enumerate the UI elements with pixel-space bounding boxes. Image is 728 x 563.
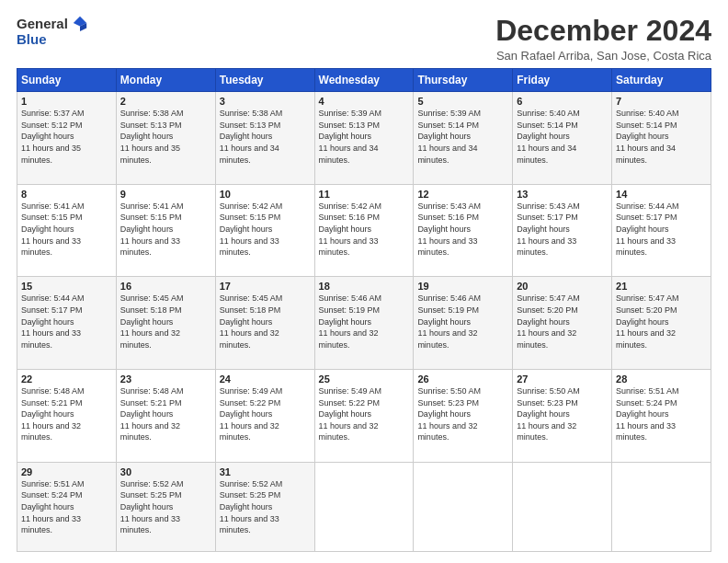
location-subtitle: San Rafael Arriba, San Jose, Costa Rica — [495, 49, 711, 63]
day-number: 15 — [21, 281, 112, 292]
day-number: 29 — [21, 466, 112, 477]
table-row — [314, 462, 414, 551]
table-row — [612, 462, 711, 551]
day-number: 6 — [517, 96, 608, 107]
day-info: Sunrise: 5:50 AMSunset: 5:23 PMDaylight … — [517, 386, 580, 442]
table-row: 15 Sunrise: 5:44 AMSunset: 5:17 PMDaylig… — [17, 277, 117, 370]
calendar-table: Sunday Monday Tuesday Wednesday Thursday… — [17, 68, 711, 552]
table-row: 26 Sunrise: 5:50 AMSunset: 5:23 PMDaylig… — [414, 370, 513, 463]
table-row: 29 Sunrise: 5:51 AMSunset: 5:24 PMDaylig… — [17, 462, 117, 551]
day-info: Sunrise: 5:40 AMSunset: 5:14 PMDaylight … — [517, 109, 580, 164]
day-number: 8 — [21, 189, 112, 200]
day-number: 9 — [120, 189, 211, 200]
table-row: 14 Sunrise: 5:44 AMSunset: 5:17 PMDaylig… — [612, 184, 711, 277]
col-sunday: Sunday — [17, 69, 117, 92]
day-number: 1 — [21, 96, 112, 107]
day-number: 28 — [616, 373, 707, 385]
day-info: Sunrise: 5:51 AMSunset: 5:24 PMDaylight … — [21, 479, 85, 534]
day-number: 4 — [319, 96, 410, 107]
day-number: 3 — [220, 96, 311, 107]
day-info: Sunrise: 5:41 AMSunset: 5:15 PMDaylight … — [21, 201, 85, 257]
day-number: 2 — [120, 96, 211, 107]
table-row: 16 Sunrise: 5:45 AMSunset: 5:18 PMDaylig… — [116, 277, 215, 370]
table-row: 1 Sunrise: 5:37 AMSunset: 5:12 PMDayligh… — [17, 92, 117, 185]
col-wednesday: Wednesday — [314, 69, 414, 92]
table-row: 6 Sunrise: 5:40 AMSunset: 5:14 PMDayligh… — [513, 92, 612, 185]
table-row: 5 Sunrise: 5:39 AMSunset: 5:14 PMDayligh… — [414, 92, 513, 185]
table-row: 31 Sunrise: 5:52 AMSunset: 5:25 PMDaylig… — [215, 462, 314, 551]
table-row: 2 Sunrise: 5:38 AMSunset: 5:13 PMDayligh… — [116, 92, 215, 185]
day-info: Sunrise: 5:50 AMSunset: 5:23 PMDaylight … — [417, 386, 481, 442]
day-info: Sunrise: 5:42 AMSunset: 5:16 PMDaylight … — [319, 201, 382, 257]
col-saturday: Saturday — [612, 69, 711, 92]
day-info: Sunrise: 5:42 AMSunset: 5:15 PMDaylight … — [220, 201, 283, 257]
day-info: Sunrise: 5:47 AMSunset: 5:20 PMDaylight … — [517, 293, 580, 349]
col-monday: Monday — [116, 69, 215, 92]
table-row: 9 Sunrise: 5:41 AMSunset: 5:15 PMDayligh… — [116, 184, 215, 277]
table-row: 24 Sunrise: 5:49 AMSunset: 5:22 PMDaylig… — [215, 370, 314, 463]
day-info: Sunrise: 5:37 AMSunset: 5:12 PMDaylight … — [21, 109, 85, 164]
day-info: Sunrise: 5:45 AMSunset: 5:18 PMDaylight … — [220, 293, 283, 349]
table-row: 4 Sunrise: 5:39 AMSunset: 5:13 PMDayligh… — [314, 92, 414, 185]
table-row: 22 Sunrise: 5:48 AMSunset: 5:21 PMDaylig… — [17, 370, 117, 463]
logo: General Blue — [17, 15, 88, 47]
table-row: 13 Sunrise: 5:43 AMSunset: 5:17 PMDaylig… — [513, 184, 612, 277]
day-number: 22 — [21, 373, 112, 385]
day-number: 7 — [616, 96, 707, 107]
col-thursday: Thursday — [414, 69, 513, 92]
logo-blue-text: Blue — [17, 31, 47, 47]
calendar-row: 8 Sunrise: 5:41 AMSunset: 5:15 PMDayligh… — [17, 184, 711, 277]
day-info: Sunrise: 5:39 AMSunset: 5:14 PMDaylight … — [417, 109, 481, 164]
page: General Blue December 2024 San Rafael Ar… — [0, 0, 728, 563]
day-info: Sunrise: 5:49 AMSunset: 5:22 PMDaylight … — [319, 386, 382, 442]
col-tuesday: Tuesday — [215, 69, 314, 92]
day-number: 19 — [417, 281, 508, 292]
day-number: 21 — [616, 281, 707, 292]
calendar-row: 15 Sunrise: 5:44 AMSunset: 5:17 PMDaylig… — [17, 277, 711, 370]
table-row: 21 Sunrise: 5:47 AMSunset: 5:20 PMDaylig… — [612, 277, 711, 370]
day-number: 10 — [220, 189, 311, 200]
day-number: 12 — [417, 189, 508, 200]
calendar-row: 29 Sunrise: 5:51 AMSunset: 5:24 PMDaylig… — [17, 462, 711, 551]
day-number: 24 — [220, 373, 311, 385]
day-info: Sunrise: 5:41 AMSunset: 5:15 PMDaylight … — [120, 201, 184, 257]
day-info: Sunrise: 5:45 AMSunset: 5:18 PMDaylight … — [120, 293, 184, 349]
table-row: 27 Sunrise: 5:50 AMSunset: 5:23 PMDaylig… — [513, 370, 612, 463]
day-number: 25 — [319, 373, 410, 385]
day-info: Sunrise: 5:52 AMSunset: 5:25 PMDaylight … — [120, 479, 184, 534]
day-info: Sunrise: 5:51 AMSunset: 5:24 PMDaylight … — [616, 386, 679, 442]
day-info: Sunrise: 5:46 AMSunset: 5:19 PMDaylight … — [319, 293, 382, 349]
table-row: 20 Sunrise: 5:47 AMSunset: 5:20 PMDaylig… — [513, 277, 612, 370]
title-section: December 2024 San Rafael Arriba, San Jos… — [495, 15, 711, 63]
table-row: 17 Sunrise: 5:45 AMSunset: 5:18 PMDaylig… — [215, 277, 314, 370]
day-number: 5 — [417, 96, 508, 107]
table-row: 23 Sunrise: 5:48 AMSunset: 5:21 PMDaylig… — [116, 370, 215, 463]
day-info: Sunrise: 5:38 AMSunset: 5:13 PMDaylight … — [220, 109, 283, 164]
header: General Blue December 2024 San Rafael Ar… — [17, 15, 711, 63]
table-row: 10 Sunrise: 5:42 AMSunset: 5:15 PMDaylig… — [215, 184, 314, 277]
day-info: Sunrise: 5:40 AMSunset: 5:14 PMDaylight … — [616, 109, 679, 164]
day-number: 11 — [319, 189, 410, 200]
day-number: 20 — [517, 281, 608, 292]
day-info: Sunrise: 5:47 AMSunset: 5:20 PMDaylight … — [616, 293, 679, 349]
logo-icon — [72, 15, 88, 31]
calendar-row: 1 Sunrise: 5:37 AMSunset: 5:12 PMDayligh… — [17, 92, 711, 185]
table-row: 12 Sunrise: 5:43 AMSunset: 5:16 PMDaylig… — [414, 184, 513, 277]
day-number: 27 — [517, 373, 608, 385]
table-row: 3 Sunrise: 5:38 AMSunset: 5:13 PMDayligh… — [215, 92, 314, 185]
day-number: 26 — [417, 373, 508, 385]
table-row: 28 Sunrise: 5:51 AMSunset: 5:24 PMDaylig… — [612, 370, 711, 463]
table-row: 19 Sunrise: 5:46 AMSunset: 5:19 PMDaylig… — [414, 277, 513, 370]
day-info: Sunrise: 5:48 AMSunset: 5:21 PMDaylight … — [21, 386, 85, 442]
day-info: Sunrise: 5:48 AMSunset: 5:21 PMDaylight … — [120, 386, 184, 442]
table-row: 7 Sunrise: 5:40 AMSunset: 5:14 PMDayligh… — [612, 92, 711, 185]
day-info: Sunrise: 5:39 AMSunset: 5:13 PMDaylight … — [319, 109, 382, 164]
col-friday: Friday — [513, 69, 612, 92]
header-row: Sunday Monday Tuesday Wednesday Thursday… — [17, 69, 711, 92]
day-number: 17 — [220, 281, 311, 292]
day-number: 14 — [616, 189, 707, 200]
table-row — [513, 462, 612, 551]
table-row — [414, 462, 513, 551]
month-title: December 2024 — [495, 15, 711, 47]
day-number: 30 — [120, 466, 211, 477]
